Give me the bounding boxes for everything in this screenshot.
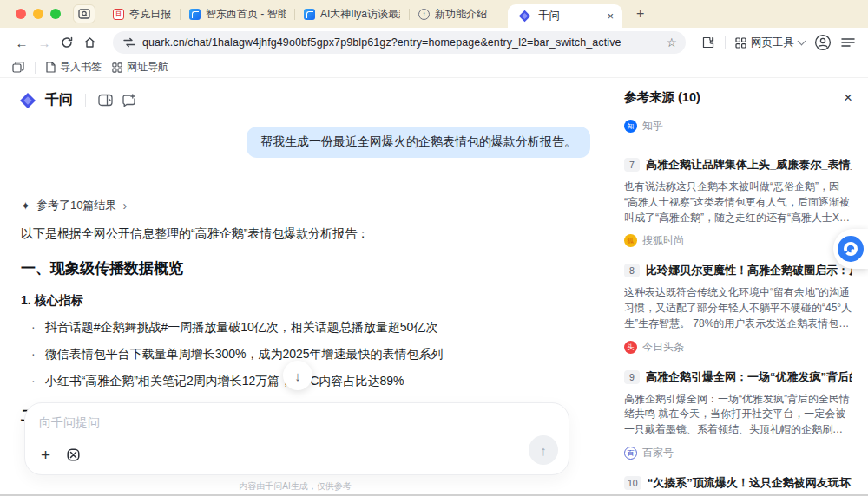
source-rank-badge: 9: [624, 370, 640, 384]
list-item-text: 抖音话题#企鹅舞挑战#一周播放量破10亿次，相关话题总播放量超50亿次: [45, 320, 438, 336]
app-title: 千问: [45, 91, 73, 109]
refresh-button[interactable]: [56, 31, 78, 54]
source-rank-badge: 8: [624, 264, 640, 277]
tab-quark-daily[interactable]: 日 夸克日报: [104, 0, 180, 28]
quark-assistant-button[interactable]: [833, 229, 868, 269]
report-intro: 以下是根据全网公开信息整理的“高雅企鹅”表情包爆款分析报告：: [21, 226, 587, 242]
bullet-icon: ·: [31, 320, 36, 336]
input-actions: +: [41, 447, 81, 463]
source-site-row[interactable]: 头 今日头条: [624, 340, 852, 355]
bookmark-star-icon[interactable]: ☆: [666, 36, 677, 49]
send-button[interactable]: ↑: [529, 435, 558, 465]
avatar[interactable]: [814, 34, 832, 51]
skills-icon[interactable]: [66, 447, 81, 462]
tab-qianwen-active[interactable]: 千问 ×: [508, 4, 622, 28]
import-bookmarks-label: 导入书签: [60, 60, 102, 75]
reference-note-label: 参考了10篇结果: [36, 198, 116, 213]
source-item[interactable]: 10 “欠揍系”顶流爆火！这只企鹅被网友玩坏了…… - … 通过一只虚拟的企鹅来…: [624, 475, 852, 496]
source-site-name: 今日头条: [642, 340, 684, 355]
attach-button[interactable]: +: [41, 447, 50, 463]
header-divider: [85, 94, 86, 107]
source-snippet: 也有说法称这只企鹅本来被叫做“恶俗企鹅”，因“高雅人士视察”这类表情包更有人气，…: [624, 179, 852, 225]
site-info-icon[interactable]: [123, 37, 135, 48]
zoom-window-button[interactable]: [50, 9, 61, 19]
bullet-icon: ·: [31, 374, 36, 389]
tab-ilya-interview[interactable]: AI大神Ilya访谈最新论: [295, 0, 409, 28]
list-item: ·抖音话题#企鹅舞挑战#一周播放量破10亿次，相关话题总播放量超50亿次: [21, 320, 587, 336]
source-item[interactable]: 9 高雅企鹅引爆全网：一场“优雅发疯”背后的全民情… 高雅企鹅引爆全网：一场“优…: [624, 369, 852, 460]
web-tools-menu[interactable]: 网页工具: [735, 36, 805, 50]
window-controls: [16, 9, 61, 19]
scroll-to-bottom-button[interactable]: ↓: [283, 361, 312, 390]
user-message-bubble: 帮我生成一份最近全网爆火的企鹅表情包的爆款分析报告。: [247, 127, 590, 158]
ai-disclaimer: 内容由千问AI生成，仅供参考: [0, 480, 590, 493]
new-chat-button[interactable]: [122, 94, 136, 107]
back-button[interactable]: ←: [10, 31, 33, 54]
address-bar: ← → quark.cn/chat/1halagw4jhfg49o0bf5gpx…: [0, 28, 868, 57]
article-favicon-icon: [304, 9, 315, 20]
tab-label: 智东西首页 - 智能产业: [206, 7, 286, 22]
sidebar-toggle-icon: [98, 94, 113, 107]
extensions-icon[interactable]: [701, 36, 715, 49]
list-item-text: 小红书“高雅企鹅”相关笔记2周内增长12万篇，UGC内容占比达89%: [45, 374, 404, 389]
source-site-row[interactable]: 狐 搜狐时尚: [624, 233, 852, 248]
source-site-row[interactable]: 百 百家号: [624, 446, 852, 460]
site-nav-button[interactable]: 网址导航: [112, 60, 168, 75]
subsection-heading: 1. 核心指标: [21, 293, 587, 309]
toolbar-right: 网页工具: [701, 34, 855, 51]
source-title[interactable]: 高雅企鹅让品牌集体上头_威廉泰尔_表情_视频: [646, 157, 852, 173]
url-field[interactable]: quark.cn/chat/1halagw4jhfg49o0bf5gpx7p9b…: [113, 31, 686, 54]
update-favicon-icon: ↑: [418, 9, 430, 20]
tab-search-button[interactable]: [73, 4, 95, 23]
source-rank-badge: 10: [624, 476, 641, 490]
tab-label: AI大神Ilya访谈最新论: [320, 7, 400, 22]
source-snippet: 这种表达既符合传统文化环境中“留有余地”的沟通习惯，又适配了部分年轻人不躺平不硬…: [624, 285, 852, 331]
source-item[interactable]: 8 比玲娜贝尔更魔性！高雅企鹅破圈启示：反差感才… 这种表达既符合传统文化环境中…: [624, 263, 852, 354]
sidebar-toggle-button[interactable]: [98, 94, 113, 107]
tab-zhidx[interactable]: 智东西首页 - 智能产业: [181, 0, 294, 28]
tab-new-features[interactable]: ↑ 新功能介绍: [410, 0, 496, 28]
quark-daily-favicon-icon: 日: [113, 9, 124, 20]
chat-input-box[interactable]: + ↑: [24, 402, 569, 475]
section-heading: 一、现象级传播数据概览: [21, 258, 587, 278]
source-item[interactable]: 7 高雅企鹅让品牌集体上头_威廉泰尔_表情_视频 也有说法称这只企鹅本来被叫做“…: [624, 157, 852, 248]
forward-button[interactable]: →: [33, 31, 56, 54]
minimize-window-button[interactable]: [33, 9, 43, 19]
source-title[interactable]: 比玲娜贝尔更魔性！高雅企鹅破圈启示：反差感才…: [646, 263, 852, 278]
menu-icon[interactable]: [841, 37, 855, 48]
bullet-icon: ·: [31, 347, 36, 362]
list-item: ·微信表情包平台下载量单周增长300%，成为2025年增速最快的表情包系列: [21, 347, 587, 362]
tab-label: 新功能介绍: [435, 7, 487, 22]
sources-title: 参考来源 (10): [624, 89, 700, 106]
close-window-button[interactable]: [16, 9, 26, 19]
collections-icon[interactable]: [12, 62, 24, 73]
home-icon: [83, 36, 96, 49]
new-tab-button[interactable]: +: [636, 6, 644, 22]
source-site-row[interactable]: 知 知乎: [624, 119, 852, 134]
site-nav-grid-icon: [112, 62, 122, 73]
source-site-name: 知乎: [642, 119, 663, 134]
forward-icon: →: [38, 36, 51, 50]
tab-bar: 日 夸克日报 智东西首页 - 智能产业 AI大神Ilya访谈最新论 ↑ 新功能介…: [0, 0, 868, 28]
url-text: quark.cn/chat/1halagw4jhfg49o0bf5gpx7p9b…: [142, 36, 659, 49]
browser-window: 日 夸克日报 智东西首页 - 智能产业 AI大神Ilya访谈最新论 ↑ 新功能介…: [0, 0, 868, 496]
chat-panel: 千问 帮我生成一份最近全网爆火的企鹅表情包的爆款分析报告。 ✦ 参考了10篇结果…: [0, 78, 608, 496]
close-icon[interactable]: ×: [844, 90, 852, 105]
sources-header: 参考来源 (10) ×: [624, 89, 852, 106]
new-chat-icon: [122, 94, 136, 107]
arrow-down-icon: ↓: [294, 369, 301, 383]
toutiao-icon: 头: [624, 341, 637, 354]
arrow-up-icon: ↑: [540, 443, 547, 458]
tab-search-icon: [78, 9, 90, 19]
import-bookmarks-button[interactable]: 导入书签: [46, 60, 102, 75]
chat-header: 千问: [0, 78, 608, 114]
zhidx-favicon-icon: [189, 9, 201, 20]
close-tab-icon[interactable]: ×: [607, 10, 614, 22]
source-title[interactable]: “欠揍系”顶流爆火！这只企鹅被网友玩坏了…… - …: [648, 475, 852, 491]
zhihu-icon: 知: [624, 120, 637, 133]
source-title[interactable]: 高雅企鹅引爆全网：一场“优雅发疯”背后的全民情…: [646, 369, 852, 385]
home-button[interactable]: [78, 31, 101, 54]
reference-note[interactable]: ✦ 参考了10篇结果 ›: [21, 198, 587, 213]
back-icon: ←: [16, 36, 29, 50]
chat-input[interactable]: [39, 415, 503, 429]
